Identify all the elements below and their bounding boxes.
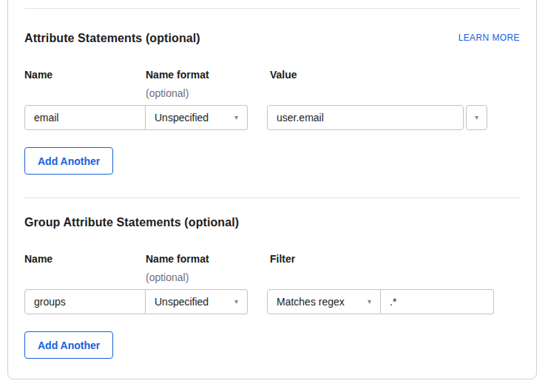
chevron-down-icon: ▾ — [475, 114, 478, 121]
group-filter-operator-value: Matches regex — [277, 296, 345, 308]
attribute-labels-row: Name Name format (optional) Value — [24, 69, 520, 100]
name-format-optional-label: (optional) — [146, 87, 270, 100]
column-spacer — [248, 289, 267, 314]
format-column-label-wrap: Name format (optional) — [146, 69, 270, 100]
name-format-label: Name format — [146, 69, 270, 81]
group-name-format-label: Name format — [146, 253, 270, 266]
value-column-label-wrap: Value — [270, 69, 520, 100]
filter-column-label-wrap: Filter — [270, 253, 520, 284]
group-filter-operator-select[interactable]: Matches regex ▾ — [267, 289, 381, 314]
group-attribute-name-format-select[interactable]: Unspecified ▾ — [146, 289, 248, 314]
group-attribute-statements-header: Group Attribute Statements (optional) — [24, 215, 520, 229]
filter-label: Filter — [270, 253, 520, 266]
chevron-down-icon: ▾ — [368, 298, 371, 305]
attribute-value-combo: ▾ — [267, 105, 487, 130]
add-another-group-attribute-button[interactable]: Add Another — [24, 331, 113, 359]
attribute-statements-heading: Attribute Statements (optional) — [24, 31, 200, 45]
attribute-statement-row: Unspecified ▾ ▾ — [24, 105, 520, 130]
value-label: Value — [270, 69, 520, 81]
attribute-name-input[interactable] — [24, 105, 146, 130]
section-divider — [24, 197, 520, 198]
group-attribute-name-format-value: Unspecified — [155, 296, 209, 308]
saml-settings-card: Attribute Statements (optional) LEARN MO… — [7, 0, 537, 379]
group-name-format-optional-label: (optional) — [146, 271, 270, 284]
add-another-attribute-button[interactable]: Add Another — [24, 147, 113, 175]
attribute-statements-header: Attribute Statements (optional) LEARN MO… — [24, 31, 520, 45]
name-column-label-wrap: Name — [24, 69, 146, 100]
chevron-down-icon: ▾ — [234, 114, 238, 121]
group-name-column-label-wrap: Name — [24, 253, 146, 284]
attribute-name-format-value: Unspecified — [155, 112, 209, 124]
group-attribute-statement-row: Unspecified ▾ Matches regex ▾ — [24, 289, 520, 314]
group-format-column-label-wrap: Name format (optional) — [146, 253, 270, 284]
learn-more-link[interactable]: LEARN MORE — [458, 33, 520, 44]
group-filter-combo: Matches regex ▾ — [267, 289, 494, 314]
group-attribute-labels-row: Name Name format (optional) Filter — [24, 253, 520, 284]
column-spacer — [248, 105, 267, 130]
attribute-name-format-select[interactable]: Unspecified ▾ — [146, 105, 248, 130]
group-attribute-name-input[interactable] — [24, 289, 146, 314]
chevron-down-icon: ▾ — [234, 298, 238, 305]
group-attribute-statements-heading: Group Attribute Statements (optional) — [24, 215, 239, 229]
name-label: Name — [24, 69, 146, 81]
top-divider — [24, 8, 520, 9]
attribute-value-dropdown-button[interactable]: ▾ — [466, 105, 487, 130]
group-name-label: Name — [24, 253, 146, 266]
group-filter-value-input[interactable] — [381, 289, 494, 314]
attribute-value-input[interactable] — [267, 105, 464, 130]
